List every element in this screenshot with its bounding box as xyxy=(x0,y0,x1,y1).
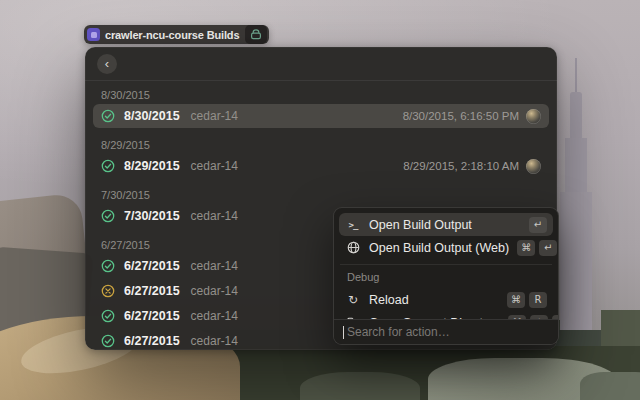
build-row[interactable]: 8/30/2015 cedar-14 8/30/2015, 6:16:50 PM xyxy=(93,104,549,128)
build-timestamp: 8/30/2015, 6:16:50 PM xyxy=(403,110,519,122)
rock xyxy=(580,372,640,400)
action-label: Open Build Output (Web) xyxy=(369,241,509,255)
action-search-bar xyxy=(334,319,558,344)
r-key: R xyxy=(529,292,547,308)
section-header: 8/30/2015 xyxy=(101,89,541,101)
avatar xyxy=(526,159,541,174)
command-tag[interactable]: crawler-ncu-course Builds xyxy=(84,25,269,44)
shortcut-keys: ⌘ R xyxy=(507,292,547,308)
action-label: Open Build Output xyxy=(369,218,472,232)
skyscraper-spire xyxy=(570,92,582,144)
build-timestamp: 8/29/2015, 2:18:10 AM xyxy=(403,160,519,172)
check-circle-icon xyxy=(101,334,115,348)
extension-icon xyxy=(245,25,267,44)
return-key: ↵ xyxy=(539,240,557,256)
x-circle-icon xyxy=(101,284,115,298)
shortcut-keys: ⌘ ↵ xyxy=(517,240,557,256)
text-cursor xyxy=(343,326,344,339)
action-list: >_ Open Build Output ↵ Open Build Output… xyxy=(334,208,558,334)
check-circle-icon xyxy=(101,309,115,323)
action-reload[interactable]: ↻ Reload ⌘ R xyxy=(339,288,553,311)
section-header: 7/30/2015 xyxy=(101,189,541,201)
chevron-left-icon: ‹ xyxy=(105,55,109,73)
avatar xyxy=(526,109,541,124)
skyscraper-upper xyxy=(565,138,587,196)
build-stack: cedar-14 xyxy=(191,284,238,298)
build-stack: cedar-14 xyxy=(191,159,238,173)
command-key: ⌘ xyxy=(517,240,535,256)
shortcut-keys: ↵ xyxy=(529,217,547,233)
build-stack: cedar-14 xyxy=(191,334,238,348)
action-panel: >_ Open Build Output ↵ Open Build Output… xyxy=(333,207,559,345)
build-date: 7/30/2015 xyxy=(124,209,180,223)
rock xyxy=(300,372,420,400)
skyscraper-tower xyxy=(560,192,592,337)
build-stack: cedar-14 xyxy=(191,309,238,323)
divider xyxy=(340,264,552,265)
build-accessory: 8/29/2015, 2:18:10 AM xyxy=(403,159,541,174)
build-date: 6/27/2015 xyxy=(124,334,180,348)
build-date: 6/27/2015 xyxy=(124,259,180,273)
back-button[interactable]: ‹ xyxy=(97,54,117,74)
build-row[interactable]: 8/29/2015 cedar-14 8/29/2015, 2:18:10 AM xyxy=(93,154,549,178)
action-label: Reload xyxy=(369,293,409,307)
build-date: 8/29/2015 xyxy=(124,159,180,173)
check-circle-icon xyxy=(101,209,115,223)
check-circle-icon xyxy=(101,159,115,173)
debug-section-label: Debug xyxy=(347,271,545,283)
check-circle-icon xyxy=(101,259,115,273)
build-date: 8/30/2015 xyxy=(124,109,180,123)
reload-icon: ↻ xyxy=(345,293,361,307)
build-stack: cedar-14 xyxy=(191,209,238,223)
build-stack: cedar-14 xyxy=(191,259,238,273)
build-date: 6/27/2015 xyxy=(124,284,180,298)
return-key: ↵ xyxy=(529,217,547,233)
section-header: 8/29/2015 xyxy=(101,139,541,151)
command-key: ⌘ xyxy=(507,292,525,308)
build-date: 6/27/2015 xyxy=(124,309,180,323)
action-search-input[interactable] xyxy=(345,324,549,340)
check-circle-icon xyxy=(101,109,115,123)
build-stack: cedar-14 xyxy=(191,109,238,123)
terminal-icon: >_ xyxy=(345,220,361,230)
build-accessory: 8/30/2015, 6:16:50 PM xyxy=(403,109,541,124)
globe-icon xyxy=(345,241,361,254)
heroku-app-icon xyxy=(87,28,100,41)
action-open-build-output[interactable]: >_ Open Build Output ↵ xyxy=(339,213,553,236)
action-open-build-output-web[interactable]: Open Build Output (Web) ⌘ ↵ xyxy=(339,236,553,259)
window-header: ‹ xyxy=(85,47,557,81)
command-tag-label: crawler-ncu-course Builds xyxy=(105,29,239,41)
